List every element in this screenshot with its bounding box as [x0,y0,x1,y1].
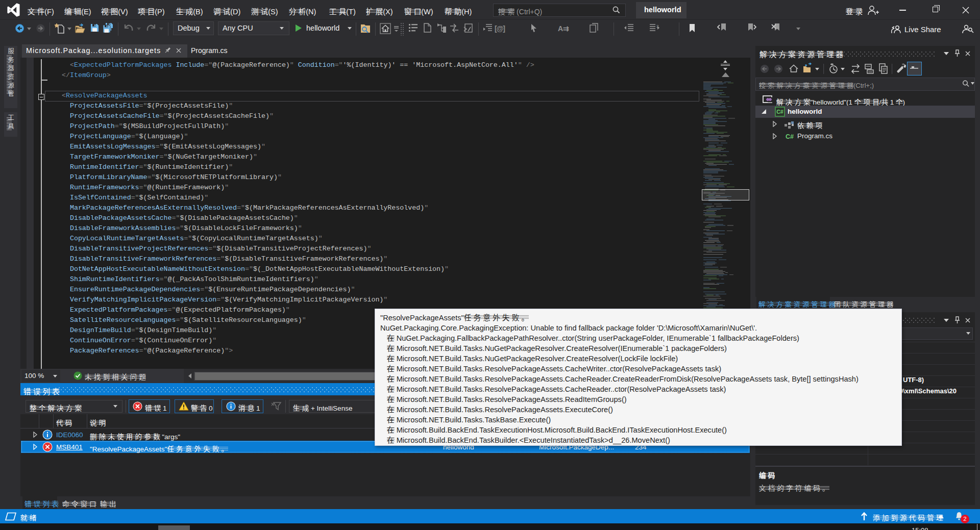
svg-text:2: 2 [656,24,659,29]
svg-text:C#: C# [776,109,783,115]
svg-text:C#: C# [786,133,794,140]
